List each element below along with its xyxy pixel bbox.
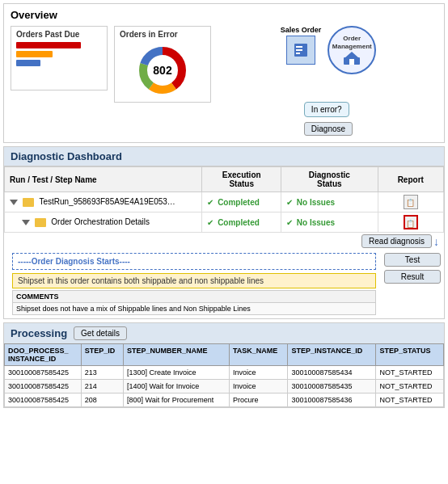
proc-task-name: Invoice [229,366,287,380]
row2-execution: ✔ Completed [202,213,281,233]
col-step-name: STEP_NUMBER_NAME [124,344,230,366]
check-icon-2b: ✔ [286,218,293,227]
row2-exec-status: Completed [218,218,260,227]
diagnosis-main: -----Order Diagnosis Starts---- Shipset … [7,250,381,317]
diagnose-button[interactable]: Diagnose [304,122,353,136]
proc-step-id: 213 [81,366,123,380]
diagnosis-side: Test Result [384,250,441,284]
row1-report[interactable]: 📋 [378,192,443,213]
bar-orange [16,51,53,57]
proc-step-instance-id: 300100087585434 [288,366,376,380]
proc-step-status: NOT_STARTED [376,366,444,380]
proc-step-name: [1300] Create Invoice [124,366,230,380]
svg-rect-11 [349,59,354,65]
processing-table: DOO_PROCESS_INSTANCE_ID STEP_ID STEP_NUM… [4,343,444,407]
proc-step-id: 214 [81,380,123,394]
orders-past-due-widget: Orders Past Due [11,26,108,90]
svg-rect-7 [296,49,302,51]
col-step-instance: STEP_INSTANCE_ID [288,344,376,366]
col-execution: ExecutionStatus [202,167,281,192]
diagnosis-starts-label: -----Order Diagnosis Starts---- [12,253,376,270]
proc-step-name: [800] Wait for Procurement [124,394,230,407]
row1-execution: ✔ Completed [202,192,281,213]
diag-table-header-row: Run / Test / Step Name ExecutionStatus D… [5,167,444,192]
row2-label: Order Orchestration Details [51,217,150,226]
shipset-warning: Shipset in this order contains both ship… [12,273,376,288]
processing-panel: Processing Get details DOO_PROCESS_INSTA… [3,322,445,408]
col-instance-id: DOO_PROCESS_INSTANCE_ID [5,344,82,366]
proc-task-name: Procure [229,394,287,407]
row1-name: TestRun_958693F85A9E4A19E053… [5,192,202,213]
svg-rect-8 [296,53,300,54]
bar-blue [16,60,40,66]
processing-title: Processing [11,327,67,339]
sales-order-label: Sales Order [281,26,322,34]
folder-icon-2 [35,218,46,227]
donut-chart: 802 [134,42,191,99]
col-report: Report [378,167,443,192]
order-management-circle: OrderManagement [328,26,376,74]
overview-widgets: Orders Past Due Orders in Error [11,26,211,103]
proc-instance-id: 300100087585425 [5,380,82,394]
proc-step-status: NOT_STARTED [376,380,444,394]
col-diagnostic: DiagnosticStatus [281,167,378,192]
report-icon-2[interactable]: 📋 [404,215,418,229]
col-task-name: TASK_NAME [229,344,287,366]
bar-row-2 [16,51,102,57]
row2-report[interactable]: 📋 [378,213,443,233]
table-row: Order Orchestration Details ✔ Completed … [5,213,444,233]
row1-diagnostic: ✔ No Issues [281,192,378,213]
folder-icon-1 [23,198,34,207]
result-button[interactable]: Result [384,270,441,284]
proc-step-status: NOT_STARTED [376,394,444,407]
callout-area: In error? Diagnose [304,94,353,136]
comments-body: Shipset does not have a mix of Shippable… [13,303,375,314]
order-mgmt-svg [343,51,361,65]
row2-name: Order Orchestration Details [5,213,202,233]
sales-order-svg [293,42,309,58]
diagnosis-area: -----Order Diagnosis Starts---- Shipset … [7,250,441,317]
proc-step-id: 208 [81,394,123,407]
bar-row-3 [16,60,102,66]
proc-step-instance-id: 300100087585435 [288,380,376,394]
proc-task-name: Invoice [229,380,287,394]
test-button[interactable]: Test [384,253,441,267]
processing-header: Processing Get details [4,323,444,343]
bar-red [16,42,81,48]
overview-right: Sales Order OrderManagement [219,26,437,136]
in-error-callout: In error? [304,102,349,117]
col-name: Run / Test / Step Name [5,167,202,192]
report-icon-1[interactable]: 📋 [404,195,418,209]
row1-exec-status: Completed [218,198,260,207]
expand-icon-2[interactable] [22,220,30,225]
svg-marker-10 [344,52,359,58]
overview-content: Orders Past Due Orders in Error [11,26,437,136]
diagnostic-panel: Diagnostic Dashboard Run / Test / Step N… [3,146,445,319]
read-diagnosis-button[interactable]: Read diagnosis [361,234,432,248]
table-row: 300100087585425 213 [1300] Create Invoic… [5,366,444,380]
donut-count: 802 [153,64,171,77]
orders-in-error-widget: Orders in Error 802 [114,26,211,103]
proc-table-header-row: DOO_PROCESS_INSTANCE_ID STEP_ID STEP_NUM… [5,344,444,366]
col-step-status: STEP_STATUS [376,344,444,366]
proc-step-instance-id: 300100087585436 [288,394,376,407]
check-icon-2: ✔ [207,218,213,227]
proc-step-name: [1400] Wait for Invoice [124,380,230,394]
row1-diag-status: No Issues [297,198,335,207]
orders-past-due-title: Orders Past Due [16,30,102,39]
expand-icon-1[interactable] [10,200,18,205]
table-row: 300100087585425 208 [800] Wait for Procu… [5,394,444,407]
orders-in-error-title: Orders in Error [120,30,205,39]
svg-rect-6 [296,46,302,48]
row2-diagnostic: ✔ No Issues [281,213,378,233]
check-icon-1: ✔ [207,198,213,207]
proc-table-body: 300100087585425 213 [1300] Create Invoic… [5,366,444,407]
orders-past-due-chart [16,42,102,66]
proc-instance-id: 300100087585425 [5,394,82,407]
read-diagnosis-row: Read diagnosis ↓ [9,234,439,248]
table-row: 300100087585425 214 [1400] Wait for Invo… [5,380,444,394]
get-details-button[interactable]: Get details [74,326,127,340]
diagnostic-title: Diagnostic Dashboard [4,147,444,166]
sales-order-icon [286,36,315,65]
row2-diag-status: No Issues [297,218,335,227]
